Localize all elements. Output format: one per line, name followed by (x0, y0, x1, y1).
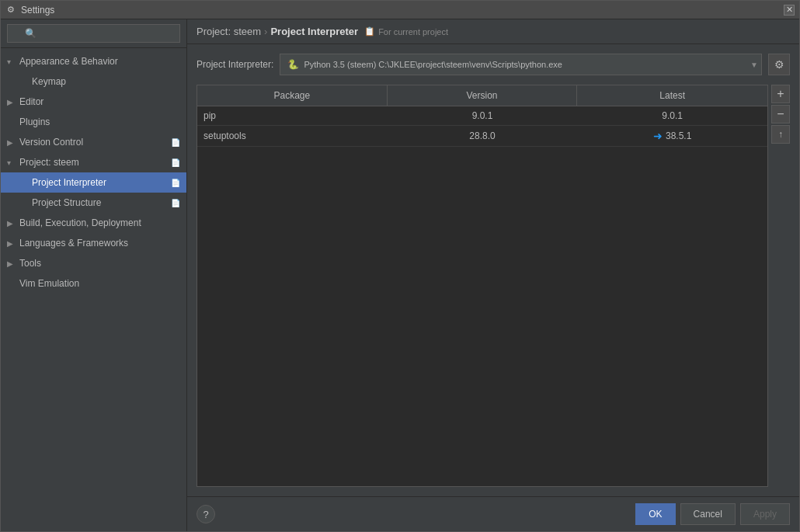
update-arrow-icon: ➜ (653, 130, 663, 142)
sidebar-item-label: Appearance & Behavior (19, 56, 118, 67)
expand-arrow: ▶ (7, 239, 16, 248)
expand-arrow: ▶ (7, 219, 16, 228)
search-box: 🔍 (1, 19, 186, 48)
package-latest: ➜ 38.5.1 (577, 126, 767, 146)
sidebar-item-plugins[interactable]: Plugins (1, 112, 186, 132)
sidebar-item-label: Project Interpreter (32, 177, 106, 188)
gear-icon: ⚙ (774, 58, 784, 71)
search-wrapper: 🔍 (7, 24, 180, 43)
window-title: Settings (21, 5, 54, 16)
breadcrumb: Project: steem › Project Interpreter 📋 F… (187, 19, 799, 44)
title-bar: ⚙ Settings ✕ (1, 1, 799, 19)
help-button[interactable]: ? (197, 505, 215, 523)
sidebar-item-label: Project Structure (32, 197, 101, 208)
col-header-version: Version (388, 85, 578, 106)
sidebar-item-label: Languages & Frameworks (19, 238, 128, 249)
interpreter-select-inner: 🐍 Python 3.5 (steem) C:\JKLEE\project\st… (287, 58, 743, 71)
breadcrumb-for-project: 📋 For current project (364, 26, 448, 37)
package-name: setuptools (197, 126, 388, 146)
expand-arrow: ▾ (7, 158, 16, 167)
for-project-icon: 📋 (364, 26, 375, 37)
interpreter-row: Project Interpreter: 🐍 Python 3.5 (steem… (197, 54, 790, 75)
right-panel: Project: steem › Project Interpreter 📋 F… (187, 19, 799, 531)
ok-button[interactable]: OK (635, 503, 675, 525)
sidebar-item-editor[interactable]: ▶ Editor (1, 92, 186, 112)
expand-arrow: ▾ (7, 57, 16, 66)
latest-value: 38.5.1 (666, 130, 691, 141)
package-latest: 9.0.1 (577, 106, 767, 125)
breadcrumb-project: Project: steem (197, 26, 261, 37)
main-content: 🔍 ▾ Appearance & Behavior Keymap ▶ (1, 19, 799, 531)
close-button[interactable]: ✕ (784, 5, 795, 16)
table-header: Package Version Latest (197, 85, 767, 106)
title-bar-left: ⚙ Settings (5, 5, 54, 16)
sidebar-item-languages-frameworks[interactable]: ▶ Languages & Frameworks (1, 233, 186, 253)
spacer (19, 179, 29, 187)
interpreter-select[interactable]: 🐍 Python 3.5 (steem) C:\JKLEE\project\st… (280, 54, 762, 75)
sidebar-item-keymap[interactable]: Keymap (1, 71, 186, 92)
dropdown-arrow-icon: ▼ (750, 61, 758, 69)
package-name: pip (197, 106, 388, 125)
spacer (7, 280, 16, 288)
package-version: 28.8.0 (388, 126, 578, 146)
sidebar-item-label: Project: steem (19, 157, 79, 168)
sidebar-item-label: Vim Emulation (19, 278, 79, 289)
settings-window: ⚙ Settings ✕ 🔍 ▾ Appearance & Behavior (0, 0, 800, 532)
python-icon: 🐍 (287, 58, 299, 71)
breadcrumb-current: Project Interpreter (270, 26, 358, 37)
interpreter-settings-button[interactable]: ⚙ (768, 54, 790, 75)
cancel-button[interactable]: Cancel (680, 503, 736, 525)
nav-tree: ▾ Appearance & Behavior Keymap ▶ Editor … (1, 48, 186, 531)
spacer (19, 78, 29, 86)
packages-table: Package Version Latest pip 9.0.1 9.0.1 (197, 85, 768, 487)
for-project-text: For current project (378, 27, 448, 37)
sidebar-item-label: Tools (19, 258, 41, 269)
settings-icon: ⚙ (5, 5, 16, 16)
spacer (7, 118, 16, 127)
sidebar-item-label: Keymap (32, 76, 66, 87)
interpreter-value: Python 3.5 (steem) C:\JKLEE\project\stee… (304, 60, 562, 69)
add-package-button[interactable]: + (771, 85, 790, 103)
sidebar-item-project-structure[interactable]: Project Structure 📄 (1, 193, 186, 213)
sidebar-item-label: Editor (19, 96, 43, 107)
sidebar-item-vim-emulation[interactable]: Vim Emulation (1, 273, 186, 294)
content-area: Project Interpreter: 🐍 Python 3.5 (steem… (187, 44, 799, 496)
packages-area: Package Version Latest pip 9.0.1 9.0.1 (197, 85, 790, 487)
sidebar-item-label: Version Control (19, 137, 83, 148)
packages-actions: + − ↑ (768, 85, 790, 487)
page-icon: 📄 (171, 179, 180, 187)
sidebar: 🔍 ▾ Appearance & Behavior Keymap ▶ (1, 19, 187, 531)
sidebar-item-project-steem[interactable]: ▾ Project: steem 📄 (1, 152, 186, 172)
expand-arrow: ▶ (7, 98, 16, 106)
sidebar-item-label: Build, Execution, Deployment (19, 217, 141, 228)
sidebar-item-appearance-behavior[interactable]: ▾ Appearance & Behavior (1, 51, 186, 71)
page-icon: 📄 (171, 158, 180, 167)
table-row[interactable]: setuptools 28.8.0 ➜ 38.5.1 (197, 126, 767, 147)
sidebar-item-build-execution[interactable]: ▶ Build, Execution, Deployment (1, 213, 186, 233)
sidebar-item-tools[interactable]: ▶ Tools (1, 253, 186, 273)
bottom-bar: ? OK Cancel Apply (187, 496, 799, 531)
breadcrumb-separator: › (264, 26, 267, 37)
col-header-latest: Latest (577, 85, 767, 106)
page-icon: 📄 (171, 138, 180, 147)
expand-arrow: ▶ (7, 138, 16, 147)
sidebar-item-label: Plugins (19, 116, 50, 127)
table-row[interactable]: pip 9.0.1 9.0.1 (197, 106, 767, 126)
col-header-package: Package (197, 85, 388, 106)
sidebar-item-project-interpreter[interactable]: Project Interpreter 📄 (1, 172, 186, 193)
expand-arrow: ▶ (7, 259, 16, 268)
spacer (19, 199, 29, 207)
apply-button[interactable]: Apply (740, 503, 790, 525)
upgrade-package-button[interactable]: ↑ (771, 125, 790, 144)
bottom-buttons: OK Cancel Apply (635, 503, 790, 525)
sidebar-item-version-control[interactable]: ▶ Version Control 📄 (1, 132, 186, 152)
interpreter-label: Project Interpreter: (197, 59, 273, 70)
page-icon: 📄 (171, 199, 180, 207)
remove-package-button[interactable]: − (771, 105, 790, 123)
package-version: 9.0.1 (388, 106, 578, 125)
search-input[interactable] (7, 24, 180, 43)
